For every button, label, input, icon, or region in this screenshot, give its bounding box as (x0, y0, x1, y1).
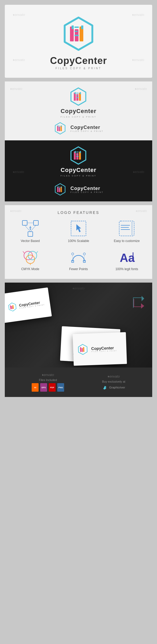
svg-rect-16 (76, 95, 78, 96)
svg-rect-42 (59, 187, 60, 187)
footer-files-label: Files Included (39, 378, 57, 382)
watermark-tr: ♦envato (132, 13, 144, 17)
svg-rect-25 (59, 127, 60, 128)
svg-rect-22 (57, 126, 58, 127)
svg-rect-15 (76, 93, 79, 94)
svg-rect-26 (59, 129, 60, 129)
svg-rect-13 (75, 92, 76, 94)
svg-rect-74 (11, 306, 13, 309)
svg-rect-41 (61, 187, 62, 188)
svg-rect-6 (75, 27, 79, 28)
svg-rect-47 (28, 232, 33, 236)
feature-vector: Vector Based (7, 220, 53, 243)
brand-name-dark-horiz: CopyCenter (71, 186, 100, 191)
logo-mark-medium (68, 87, 88, 107)
svg-rect-85 (80, 347, 81, 352)
svg-rect-40 (57, 187, 58, 188)
footer-buy-label: Buy exclusively at (102, 380, 125, 383)
brand-name-large: CopyCenter (50, 55, 107, 66)
file-icon-ai: AI (32, 383, 39, 392)
main-logo-card: ♦envato ♦envato ♦envato ♦envato CopyCent… (5, 5, 152, 78)
watermark-feat-r: ♦envato (136, 209, 147, 213)
feature-fewer-points: Fewer Points (56, 248, 101, 271)
logo-mark-small-white (53, 122, 67, 135)
logo-variation-centered-medium: CopyCenter FILES COPY & PRINT (61, 87, 97, 118)
decorative-arrow (131, 296, 144, 310)
svg-marker-53 (76, 224, 81, 232)
watermark-dark-r: ♦envato (133, 170, 144, 174)
svg-rect-46 (34, 221, 38, 225)
svg-rect-8 (75, 35, 79, 36)
brand-subtitle-medium-center: FILES COPY & PRINT (61, 116, 97, 118)
logo-mark-large (60, 15, 97, 53)
footer-section: ♦envato Files Included AI EPS PDF PNG ♦e… (5, 368, 152, 397)
feature-scalable: 100% Scalable (56, 220, 101, 243)
svg-rect-75 (12, 305, 14, 309)
watermark-vw-tl: ♦envato (10, 87, 22, 91)
svg-rect-87 (83, 347, 84, 352)
svg-rect-32 (80, 151, 81, 153)
svg-marker-77 (134, 299, 144, 309)
feature-fonts: Aa 100% legit fonts (104, 248, 150, 271)
logo-text-col-dark: CopyCenter FILES COPY & PRINT (71, 186, 104, 193)
business-card-top-left: CopyCenter FILES COPY & PRINT (5, 287, 52, 323)
feature-fonts-label: 100% legit fonts (115, 267, 138, 271)
scalable-icon (70, 220, 87, 237)
brand-name-small-horiz: CopyCenter (71, 125, 100, 130)
watermark-tl: ♦envato (13, 13, 25, 17)
svg-rect-34 (76, 154, 78, 154)
svg-rect-4 (72, 25, 74, 29)
feature-cmyk: CMYK Mode (7, 248, 53, 271)
variations-white-section: ♦envato ♦envato CopyCenter FILES COPY & … (5, 81, 152, 140)
business-card-overlap: CopyCenter FILES COPY & PRINT (73, 332, 127, 366)
footer-left: ♦envato Files Included AI EPS PDF PNG (32, 373, 64, 392)
feature-customize: Easy to customize (104, 220, 150, 243)
feature-scalable-label: 100% Scalable (68, 239, 89, 243)
watermark-vw-tr: ♦envato (135, 87, 147, 91)
watermark-mockup: ♦envato (72, 286, 85, 290)
features-title: LOGO FEATURES (7, 210, 150, 215)
svg-line-49 (25, 225, 30, 232)
file-icon-eps: EPS (40, 383, 47, 392)
svg-line-50 (30, 225, 36, 232)
graphicriver-icon (102, 385, 108, 390)
svg-rect-24 (59, 126, 60, 126)
logo-mark-medium-dark (68, 146, 88, 166)
variations-dark-section: CopyCenter FILES COPY & PRINT ♦envato ♦e… (5, 140, 152, 201)
watermark-feat-l: ♦envato (10, 209, 21, 213)
fewer-points-icon (70, 248, 87, 265)
dark-watermarks: ♦envato ♦envato (10, 170, 147, 174)
svg-rect-33 (76, 152, 79, 153)
svg-rect-31 (75, 151, 76, 153)
brand-name-medium-center: CopyCenter (61, 108, 97, 115)
brand-subtitle-dark-horiz: FILES COPY & PRINT (71, 191, 104, 193)
svg-rect-17 (76, 97, 79, 98)
logo-mark-small-dark (53, 183, 67, 196)
svg-line-62 (36, 251, 38, 253)
footer-file-icons: AI EPS PDF PNG (32, 383, 64, 392)
svg-point-66 (72, 253, 74, 255)
watermark-dark-l: ♦envato (13, 170, 24, 174)
features-grid: Vector Based 100% Scalable (7, 220, 150, 271)
graphicriver-text: Graphicriver (109, 386, 125, 389)
brand-subtitle-dark-center: FILES COPY & PRINT (61, 175, 97, 177)
footer-right: ♦envato Buy exclusively at Graphicriver (102, 374, 125, 390)
brand-subtitle-small-horiz: FILES COPY & PRINT (71, 130, 104, 132)
file-icon-png: PNG (57, 383, 64, 392)
watermark-br: ♦envato (132, 58, 144, 62)
svg-rect-35 (76, 156, 79, 157)
fonts-icon: Aa (118, 248, 135, 265)
svg-rect-73 (10, 305, 11, 309)
svg-rect-7 (75, 31, 78, 32)
cmyk-icon (22, 248, 39, 265)
logo-variation-dark-horizontal: CopyCenter FILES COPY & PRINT (53, 183, 104, 196)
svg-point-67 (83, 253, 85, 255)
vector-icon (22, 220, 39, 237)
feature-fewer-points-label: Fewer Points (69, 267, 88, 271)
brand-subtitle-large: FILES COPY & PRINT (56, 67, 102, 70)
svg-point-51 (30, 229, 31, 230)
svg-rect-44 (59, 190, 60, 190)
file-icon-pdf: PDF (49, 383, 56, 392)
feature-cmyk-label: CMYK Mode (21, 267, 39, 271)
watermark-bl: ♦envato (13, 58, 25, 62)
